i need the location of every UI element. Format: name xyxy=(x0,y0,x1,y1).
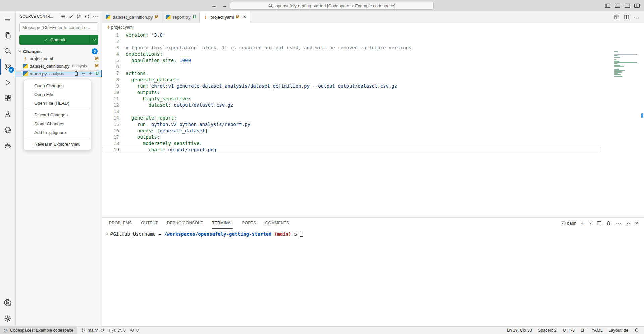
stage-changes-icon[interactable] xyxy=(88,71,93,76)
application-menu-button[interactable] xyxy=(0,11,16,27)
customize-layout-icon[interactable] xyxy=(634,3,640,9)
panel-tab-output[interactable]: OUTPUT xyxy=(141,218,158,229)
sidebar-item-testing[interactable] xyxy=(0,106,16,122)
code-line-4[interactable]: 4expectations: xyxy=(102,51,601,57)
menu-item-discard-changes[interactable]: Discard Changes xyxy=(24,110,91,119)
menu-item-add-to-gitignore[interactable]: Add to .gitignore xyxy=(24,128,91,137)
code-line-5[interactable]: 5 population_size: 1000 xyxy=(102,57,601,64)
scm-file-row-report.py[interactable]: report.pyanalysisU xyxy=(16,70,102,77)
layout-indicator[interactable]: Layout: de xyxy=(609,328,628,333)
forward-icon[interactable]: → xyxy=(222,3,227,9)
menu-item-open-file-head-[interactable]: Open File (HEAD) xyxy=(24,99,91,107)
more-actions-icon[interactable]: ··· xyxy=(615,220,622,226)
maximize-panel-icon[interactable] xyxy=(626,221,631,226)
language-mode[interactable]: YAML xyxy=(591,328,602,333)
code-line-14[interactable]: 14 generate_report: xyxy=(102,115,601,121)
breadcrumb[interactable]: ! project.yaml xyxy=(102,23,644,31)
terminal-shell-selector[interactable]: bash xyxy=(561,221,576,226)
panel-tab-terminal[interactable]: TERMINAL xyxy=(212,218,233,229)
new-terminal-icon[interactable]: + xyxy=(581,220,584,226)
scm-file-row-project.yaml[interactable]: !project.yamlM xyxy=(16,55,102,62)
code-line-2[interactable]: 2 xyxy=(102,38,601,45)
discard-changes-icon[interactable] xyxy=(81,71,86,76)
code-line-15[interactable]: 15 run: python:v2 python analysis/report… xyxy=(102,121,601,128)
changes-section-header[interactable]: Changes 3 xyxy=(16,48,102,55)
sidebar-item-docker[interactable] xyxy=(0,138,16,153)
code-line-7[interactable]: 7actions: xyxy=(102,70,601,77)
scm-file-row-dataset_definition.py[interactable]: dataset_definition.pyanalysisM xyxy=(16,62,102,70)
code-line-16[interactable]: 16 needs: [generate_dataset] xyxy=(102,128,601,134)
toggle-sidebar-icon[interactable] xyxy=(605,3,611,9)
split-editor-icon[interactable] xyxy=(624,14,629,20)
back-icon[interactable]: ← xyxy=(211,3,217,9)
indentation[interactable]: Spaces: 2 xyxy=(538,328,557,333)
minimap-line xyxy=(614,76,622,77)
panel-tab-ports[interactable]: PORTS xyxy=(242,218,256,229)
menu-item-open-file[interactable]: Open File xyxy=(24,90,91,99)
code-editor[interactable]: 1version: '3.0'23# Ignore this`expectati… xyxy=(102,31,644,153)
panel-tab-comments[interactable]: COMMENTS xyxy=(265,218,289,229)
ports-indicator[interactable]: 0 xyxy=(130,328,139,333)
code-line-13[interactable]: 13 xyxy=(102,108,601,115)
terminal-profile-dropdown-icon[interactable] xyxy=(588,221,592,225)
menu-icon xyxy=(4,16,11,23)
close-icon[interactable]: × xyxy=(243,14,246,20)
command-center-search[interactable]: opensafely-getting-started [Codespaces: … xyxy=(230,2,434,10)
problems-indicator[interactable]: 0 0 xyxy=(109,328,126,333)
commit-check-icon[interactable] xyxy=(68,14,73,19)
code-line-11[interactable]: 11 highly_sensitive: xyxy=(102,96,601,102)
encoding[interactable]: UTF-8 xyxy=(562,328,574,333)
code-line-3[interactable]: 3# Ignore this`expectation` block. It is… xyxy=(102,45,601,51)
eol-sequence[interactable]: LF xyxy=(581,328,586,333)
commit-message-input[interactable] xyxy=(19,22,98,32)
split-terminal-icon[interactable] xyxy=(597,221,602,226)
code-line-17[interactable]: 17 outputs: xyxy=(102,134,601,140)
commit-button-main[interactable]: Commit xyxy=(19,35,90,45)
graph-icon[interactable] xyxy=(76,14,82,19)
panel-tab-debug-console[interactable]: DEBUG CONSOLE xyxy=(167,218,203,229)
open-file-icon[interactable] xyxy=(74,71,79,76)
menu-item-reveal-in-explorer-view[interactable]: Reveal in Explorer View xyxy=(24,140,91,148)
toggle-secondary-sidebar-icon[interactable] xyxy=(624,3,630,9)
sidebar-item-run-debug[interactable] xyxy=(0,75,16,90)
terminal[interactable]: @GitHub_Username → /workspaces/opensafel… xyxy=(102,229,644,237)
more-actions-icon[interactable]: ··· xyxy=(93,14,98,19)
commit-dropdown-button[interactable] xyxy=(90,35,98,45)
close-panel-icon[interactable]: × xyxy=(635,220,638,227)
settings-button[interactable] xyxy=(0,311,16,326)
more-actions-icon[interactable]: ··· xyxy=(633,14,639,20)
open-changes-icon[interactable] xyxy=(614,14,620,20)
sidebar-item-github[interactable] xyxy=(0,122,16,138)
branch-indicator[interactable]: main* xyxy=(81,328,104,333)
sidebar-item-search[interactable] xyxy=(0,43,16,59)
code-line-8[interactable]: 8 generate_dataset: xyxy=(102,77,601,83)
sidebar-item-extensions[interactable] xyxy=(0,90,16,106)
minimap[interactable] xyxy=(614,51,639,82)
code-line-1[interactable]: 1version: '3.0' xyxy=(102,32,601,38)
code-line-9[interactable]: 9 run: ehrql:v1 generate-dataset analysi… xyxy=(102,83,601,89)
kill-terminal-icon[interactable] xyxy=(606,221,611,226)
tab-project.yaml[interactable]: !project.yamlM× xyxy=(200,11,250,23)
toggle-panel-icon[interactable] xyxy=(614,3,621,9)
sync-icon[interactable] xyxy=(100,328,104,333)
refresh-icon[interactable] xyxy=(85,14,90,19)
view-as-list-icon[interactable] xyxy=(60,14,65,19)
tab-report.py[interactable]: report.pyU xyxy=(162,11,200,23)
remote-indicator[interactable]: Codespaces: Example codespace xyxy=(0,327,77,334)
terminal-arrow: → xyxy=(158,231,161,237)
code-line-10[interactable]: 10 outputs: xyxy=(102,89,601,96)
menu-item-open-changes[interactable]: Open Changes xyxy=(24,81,91,90)
panel-tab-problems[interactable]: PROBLEMS xyxy=(109,218,132,229)
sidebar-item-source-control[interactable]: 3 xyxy=(0,59,16,75)
code-line-18[interactable]: 18 moderately_sensitive: xyxy=(102,140,601,147)
code-line-6[interactable]: 6 xyxy=(102,64,601,70)
cursor-position[interactable]: Ln 19, Col 33 xyxy=(507,328,532,333)
code-line-12[interactable]: 12 dataset: output/dataset.csv.gz xyxy=(102,102,601,108)
tab-dataset_definition.py[interactable]: dataset_definition.pyM xyxy=(102,11,162,23)
menu-item-stage-changes[interactable]: Stage Changes xyxy=(24,119,91,128)
code-line-19[interactable]: 19 chart: output/report.png xyxy=(102,147,601,153)
notifications-bell-icon[interactable] xyxy=(634,328,639,333)
account-button[interactable] xyxy=(0,295,16,311)
sidebar-item-explorer[interactable] xyxy=(0,27,16,43)
commit-button[interactable]: Commit xyxy=(19,35,98,45)
